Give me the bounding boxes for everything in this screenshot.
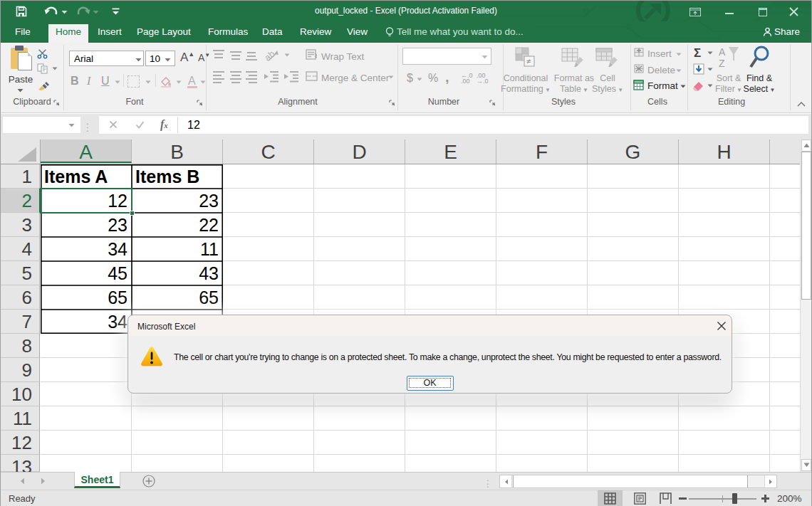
svg-text:ab: ab xyxy=(266,49,277,62)
svg-text:Z: Z xyxy=(719,58,725,69)
svg-text:≠: ≠ xyxy=(526,57,531,65)
svg-text:A: A xyxy=(719,46,726,58)
